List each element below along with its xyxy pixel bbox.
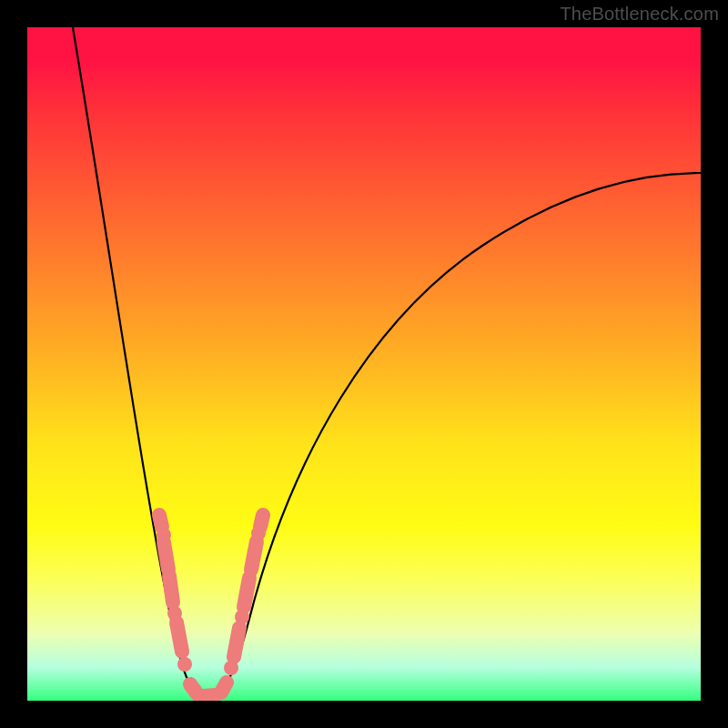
marker-seg bbox=[260, 515, 263, 527]
marker-seg bbox=[190, 684, 197, 694]
marker-dot bbox=[177, 657, 192, 672]
marker-seg bbox=[159, 515, 162, 527]
marker-seg bbox=[234, 628, 239, 657]
marker-group bbox=[157, 515, 266, 696]
marker-seg bbox=[177, 622, 182, 652]
marker-seg bbox=[251, 541, 257, 570]
marker-seg bbox=[169, 576, 173, 602]
watermark-text: TheBottleneck.com bbox=[560, 4, 719, 25]
bottleneck-curve-svg bbox=[27, 27, 701, 701]
marker-seg bbox=[244, 578, 249, 607]
marker-seg bbox=[221, 682, 227, 693]
marker-seg bbox=[204, 695, 215, 696]
marker-seg bbox=[164, 542, 168, 570]
plot-area bbox=[27, 27, 701, 701]
